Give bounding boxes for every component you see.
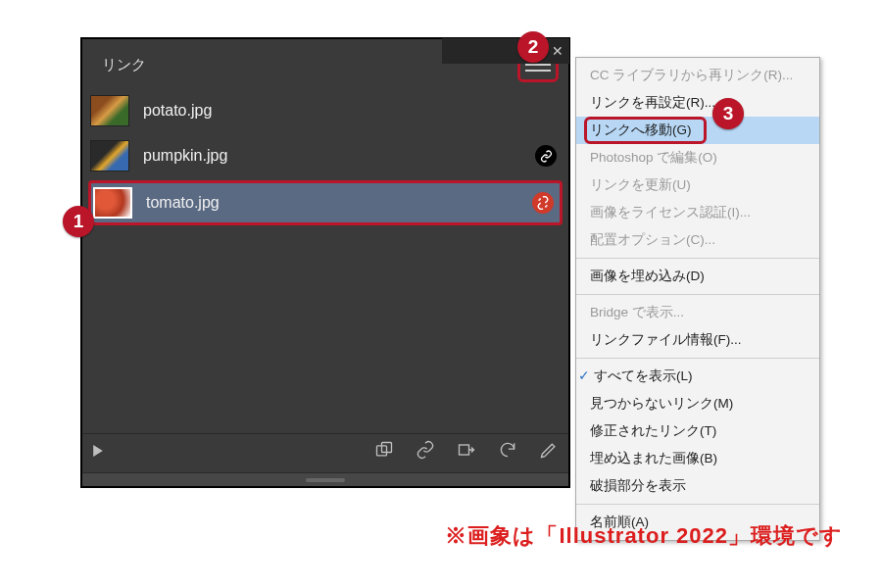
edit-original-icon[interactable] <box>539 440 559 464</box>
menu-item: CC ライブラリから再リンク(R)... <box>576 62 819 89</box>
menu-item: 画像をライセンス認証(I)... <box>576 199 819 226</box>
link-row[interactable]: pumpkin.jpg <box>88 133 563 178</box>
file-name: tomato.jpg <box>146 194 518 212</box>
link-status-linked-icon <box>535 145 557 167</box>
menu-item: Photoshop で編集(O) <box>576 144 819 172</box>
panel-context-menu: CC ライブラリから再リンク(R)...リンクを再設定(R)...リンクへ移動(… <box>575 57 820 541</box>
thumbnail <box>93 187 132 219</box>
expand-details-icon[interactable] <box>92 443 104 461</box>
panel-footer <box>82 433 568 468</box>
file-name: potato.jpg <box>143 102 557 120</box>
menu-item[interactable]: リンクへ移動(G) <box>576 117 819 144</box>
menu-item[interactable]: リンクファイル情報(F)... <box>576 326 819 354</box>
menu-item[interactable]: 画像を埋め込み(D) <box>576 263 819 290</box>
menu-item[interactable]: 見つからないリンク(M) <box>576 390 819 417</box>
menu-item: Bridge で表示... <box>576 299 819 326</box>
menu-item[interactable]: すべてを表示(L) <box>576 363 819 390</box>
file-name: pumpkin.jpg <box>143 147 521 165</box>
link-status-broken-icon <box>532 192 554 214</box>
svg-rect-2 <box>460 445 469 455</box>
thumbnail <box>90 140 129 172</box>
menu-item[interactable]: 破損部分を表示 <box>576 472 819 500</box>
close-icon[interactable]: ✕ <box>552 44 564 58</box>
update-link-icon[interactable] <box>498 440 517 464</box>
links-panel: ✕ リンク potato.jpg pumpkin.jpg <box>80 37 570 488</box>
tab-links[interactable]: リンク <box>92 50 156 80</box>
link-row[interactable]: potato.jpg <box>88 88 563 133</box>
menu-item: 配置オプション(C)... <box>576 226 819 254</box>
caption-text: ※画象は「Illustrator 2022」環境です <box>445 521 843 551</box>
relink-icon[interactable] <box>416 440 435 464</box>
menu-item[interactable]: リンクを再設定(R)... <box>576 89 819 117</box>
menu-item: リンクを更新(U) <box>576 172 819 199</box>
panel-resize-grip[interactable] <box>82 472 568 486</box>
link-row-selected[interactable]: tomato.jpg <box>88 180 563 225</box>
menu-item[interactable]: 埋め込まれた画像(B) <box>576 445 819 472</box>
thumbnail <box>90 95 129 126</box>
menu-item[interactable]: 修正されたリンク(T) <box>576 417 819 445</box>
callout-badge-2: 2 <box>517 31 549 63</box>
links-list: potato.jpg pumpkin.jpg tomato.jpg <box>82 82 568 225</box>
callout-badge-1: 1 <box>63 206 94 237</box>
panel-topbar: ✕ <box>442 38 569 64</box>
goto-link-icon[interactable] <box>457 440 476 464</box>
callout-badge-3: 3 <box>712 98 744 129</box>
relink-cc-icon[interactable] <box>374 440 394 464</box>
